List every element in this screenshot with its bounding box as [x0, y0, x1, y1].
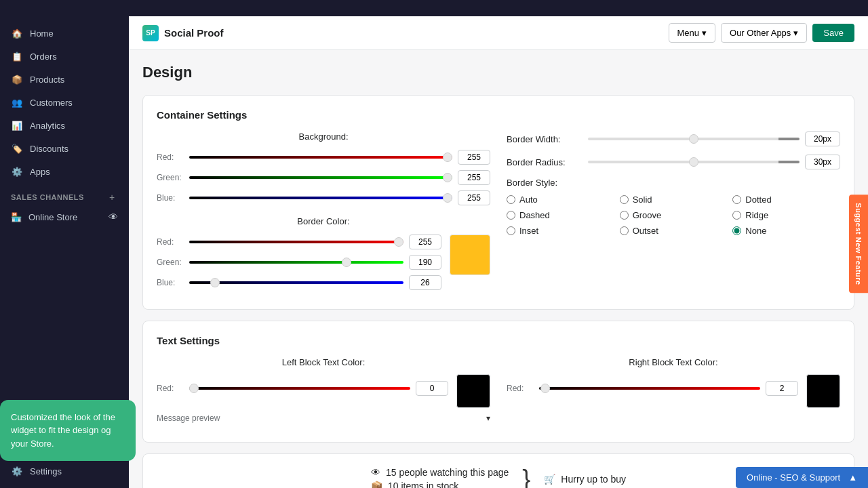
- border-style-dotted[interactable]: Dotted: [732, 195, 840, 205]
- chevron-down-icon: ▾: [793, 28, 798, 38]
- border-radius-value[interactable]: [805, 155, 840, 169]
- container-settings-title: Container Settings: [157, 109, 840, 121]
- bg-red-row: Red:: [157, 150, 490, 165]
- left-block-color: Left Block Text Color: Red:: [157, 357, 490, 428]
- border-style-outset[interactable]: Outset: [620, 226, 728, 236]
- bg-red-value[interactable]: [458, 150, 490, 165]
- sidebar-item-label: Customers: [30, 98, 73, 108]
- border-red-slider[interactable]: [189, 241, 403, 243]
- apps-icon: ⚙️: [11, 165, 23, 178]
- add-sales-channel-button[interactable]: +: [106, 191, 118, 203]
- border-style-auto[interactable]: Auto: [507, 195, 614, 205]
- message-preview-label: Message preview: [157, 413, 481, 423]
- border-style-grid: Auto Solid Dotted Dashed: [507, 195, 840, 236]
- right-red-slider[interactable]: [539, 387, 760, 390]
- sidebar-item-home[interactable]: 🏠 Home: [0, 22, 129, 45]
- watching-item: 👁 15 people watching this page: [371, 467, 509, 478]
- border-blue-value[interactable]: [409, 275, 441, 290]
- green-tooltip: Customized the look of the widget to fit…: [0, 400, 136, 462]
- color-settings-left: Background: Red: Green: Blue:: [157, 131, 490, 296]
- right-red-row: Red:: [507, 381, 798, 396]
- sidebar-item-label: Discounts: [30, 144, 68, 154]
- left-color-preview: [456, 374, 490, 408]
- sales-channels-header: SALES CHANNELS +: [0, 183, 129, 206]
- bg-red-slider[interactable]: [189, 156, 452, 159]
- main-content: SP Social Proof Menu ▾ Our Other Apps ▾ …: [129, 16, 868, 488]
- bg-green-value[interactable]: [458, 170, 490, 185]
- other-apps-button[interactable]: Our Other Apps ▾: [721, 23, 807, 43]
- sidebar-item-products[interactable]: 📦 Products: [0, 68, 129, 91]
- border-green-slider[interactable]: [189, 261, 403, 264]
- chevron-down-icon: ▾: [702, 28, 707, 38]
- app-logo: SP: [142, 25, 159, 41]
- suggest-new-feature-button[interactable]: Suggest New Feature: [849, 195, 868, 293]
- chevron-up-icon: ▲: [848, 472, 857, 483]
- border-green-label: Green:: [157, 258, 184, 267]
- border-style-solid[interactable]: Solid: [620, 195, 728, 205]
- orders-icon: 📋: [11, 50, 23, 62]
- msg-preview-row: Message preview ▾: [157, 413, 490, 423]
- border-red-value[interactable]: [409, 235, 441, 249]
- bg-blue-slider[interactable]: [189, 197, 452, 199]
- border-width-value[interactable]: [805, 131, 840, 146]
- border-style-groove[interactable]: Groove: [620, 210, 728, 220]
- bottom-status-bar[interactable]: Online - SEO & Support ▲: [736, 467, 868, 488]
- chevron-down-icon: ▾: [486, 413, 490, 423]
- border-color-label: Border Color:: [157, 216, 490, 226]
- right-red-value[interactable]: [766, 381, 798, 396]
- sidebar-item-label: Products: [30, 75, 64, 85]
- border-style-inset[interactable]: Inset: [507, 226, 614, 236]
- green-label: Green:: [157, 173, 184, 182]
- menu-button[interactable]: Menu ▾: [669, 23, 716, 43]
- sidebar-item-label: Apps: [30, 167, 50, 177]
- eye-watch-icon: 👁: [371, 467, 380, 478]
- settings-icon: ⚙️: [11, 465, 23, 477]
- border-style-none[interactable]: None: [732, 226, 840, 236]
- left-red-row: Red:: [157, 381, 448, 396]
- border-red-label: Red:: [157, 237, 184, 247]
- left-red-value[interactable]: [416, 381, 448, 396]
- stock-item: 📦 10 items in stock: [371, 481, 509, 488]
- border-blue-row: Blue:: [157, 275, 441, 290]
- border-blue-slider[interactable]: [189, 281, 403, 284]
- border-radius-row: Border Radius:: [507, 155, 840, 169]
- eye-icon: 👁: [108, 211, 118, 222]
- sidebar-item-online-store[interactable]: 🏪 Online Store 👁: [0, 206, 129, 228]
- sidebar-item-settings[interactable]: ⚙️ Settings: [0, 460, 129, 483]
- bg-green-slider[interactable]: [189, 176, 452, 179]
- left-red-slider[interactable]: [189, 387, 410, 390]
- border-red-row: Red:: [157, 235, 441, 249]
- app-title: Social Proof: [164, 27, 224, 39]
- bg-blue-row: Blue:: [157, 190, 490, 205]
- sidebar-item-apps[interactable]: ⚙️ Apps: [0, 160, 129, 183]
- home-icon: 🏠: [11, 27, 23, 39]
- border-color-preview: [450, 235, 490, 275]
- border-radius-label: Border Radius:: [507, 157, 588, 167]
- text-settings-grid: Left Block Text Color: Red:: [157, 357, 840, 428]
- sidebar-item-analytics[interactable]: 📊 Analytics: [0, 114, 129, 137]
- sidebar-item-orders[interactable]: 📋 Orders: [0, 45, 129, 68]
- save-button[interactable]: Save: [812, 24, 854, 42]
- app-header: SP Social Proof Menu ▾ Our Other Apps ▾ …: [129, 16, 868, 50]
- text-settings-card: Text Settings Left Block Text Color: Red…: [142, 321, 854, 443]
- products-icon: 📦: [11, 73, 23, 85]
- preview-left: 👁 15 people watching this page 📦 10 item…: [371, 467, 509, 488]
- right-color-preview: [806, 374, 840, 408]
- bg-green-row: Green:: [157, 170, 490, 185]
- border-green-value[interactable]: [409, 255, 441, 270]
- settings-grid: Background: Red: Green: Blue:: [157, 131, 840, 296]
- sidebar-item-label: Orders: [30, 52, 57, 62]
- border-style-dashed[interactable]: Dashed: [507, 210, 614, 220]
- sidebar-item-discounts[interactable]: 🏷️ Discounts: [0, 137, 129, 160]
- left-block-label: Left Block Text Color:: [157, 357, 490, 367]
- sidebar-item-customers[interactable]: 👥 Customers: [0, 91, 129, 114]
- blue-label: Blue:: [157, 193, 184, 203]
- bg-blue-value[interactable]: [458, 190, 490, 205]
- page-title: Design: [142, 64, 854, 81]
- top-bar: [0, 0, 868, 16]
- border-width-row: Border Width:: [507, 131, 840, 146]
- border-width-slider[interactable]: [588, 138, 800, 140]
- border-radius-slider[interactable]: [588, 161, 800, 163]
- border-style-ridge[interactable]: Ridge: [732, 210, 840, 220]
- right-block-color: Right Block Text Color: Red:: [507, 357, 840, 428]
